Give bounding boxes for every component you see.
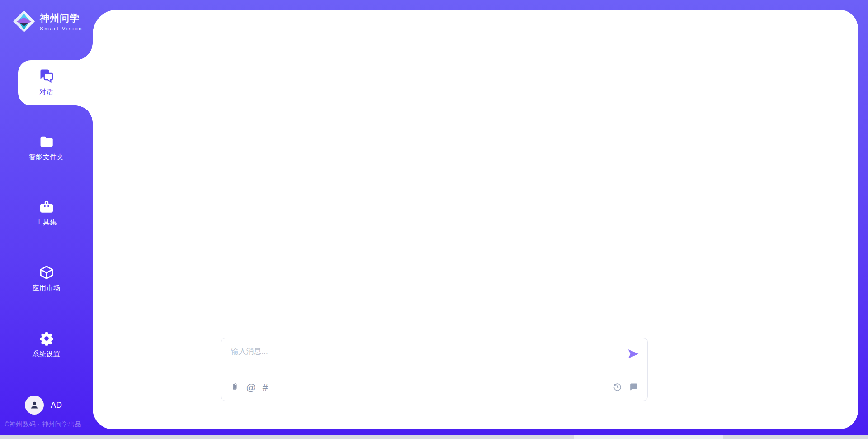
chat-icon: [38, 68, 55, 84]
sidebar-item-label: 对话: [39, 88, 53, 96]
person-icon: [29, 400, 40, 410]
brand-subtitle: Smart Vision: [40, 26, 83, 31]
comment-icon[interactable]: [629, 382, 638, 392]
sidebar-item-toolset[interactable]: 工具集: [0, 199, 93, 227]
send-icon[interactable]: [627, 349, 639, 359]
user-initials: AD: [51, 401, 62, 410]
sidebar-item-label: 应用市场: [33, 284, 61, 292]
app-window: 神州问学 Smart Vision 对话 智能文件夹 工具集: [0, 0, 868, 439]
history-icon[interactable]: [613, 382, 622, 392]
sidebar-footer-text: ©神州数码 · 神州问学出品: [5, 420, 81, 429]
gear-icon: [39, 331, 54, 346]
sidebar-item-settings[interactable]: 系统设置: [0, 331, 93, 358]
sidebar: 神州问学 Smart Vision 对话 智能文件夹 工具集: [0, 0, 93, 439]
sidebar-item-label: 智能文件夹: [29, 153, 64, 162]
brand-diamond-icon: [13, 10, 35, 33]
hash-icon[interactable]: #: [263, 382, 268, 392]
sidebar-item-app-market[interactable]: 应用市场: [0, 265, 93, 292]
sidebar-item-label: 工具集: [36, 218, 57, 227]
sidebar-item-smart-folder[interactable]: 智能文件夹: [0, 134, 93, 162]
briefcase-icon: [39, 199, 54, 215]
horizontal-scrollbar[interactable]: [0, 435, 868, 439]
at-icon[interactable]: @: [246, 382, 256, 392]
brand-name: 神州问学: [40, 12, 83, 24]
scrollbar-thumb[interactable]: [574, 435, 723, 439]
folder-icon: [39, 134, 54, 149]
sidebar-item-chat[interactable]: 对话: [0, 68, 93, 96]
message-input[interactable]: [230, 345, 594, 371]
brand-logo: 神州问学 Smart Vision: [13, 10, 83, 33]
message-input-box: @ #: [221, 338, 648, 401]
sidebar-item-label: 系统设置: [33, 350, 61, 358]
avatar: [25, 396, 44, 415]
user-profile[interactable]: AD: [25, 396, 62, 415]
cube-icon: [39, 265, 54, 280]
input-toolbar: @ #: [221, 373, 647, 401]
paperclip-icon[interactable]: [230, 382, 240, 392]
